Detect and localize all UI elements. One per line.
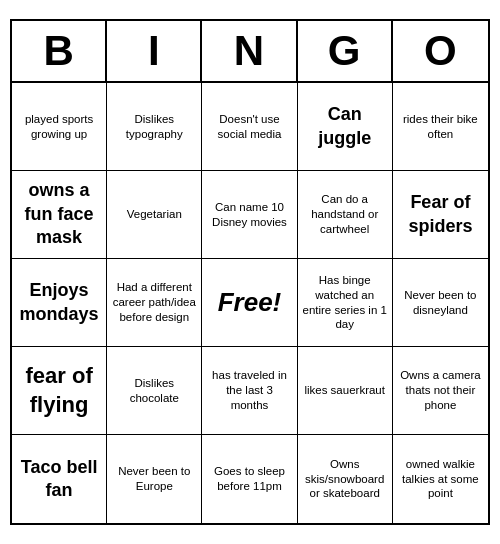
- bingo-cell: Vegetarian: [107, 171, 202, 259]
- bingo-cell: Owns a camera thats not their phone: [393, 347, 488, 435]
- bingo-cell: Free!: [202, 259, 297, 347]
- header-letter: N: [202, 21, 297, 81]
- bingo-cell: Doesn't use social media: [202, 83, 297, 171]
- header-letter: B: [12, 21, 107, 81]
- bingo-cell: Had a different career path/idea before …: [107, 259, 202, 347]
- bingo-cell: owned walkie talkies at some point: [393, 435, 488, 523]
- bingo-cell: Owns skis/snowboard or skateboard: [298, 435, 393, 523]
- bingo-cell: Taco bell fan: [12, 435, 107, 523]
- bingo-cell: likes sauerkraut: [298, 347, 393, 435]
- header-letter: G: [298, 21, 393, 81]
- bingo-cell: rides their bike often: [393, 83, 488, 171]
- bingo-cell: Fear of spiders: [393, 171, 488, 259]
- bingo-grid: played sports growing upDislikes typogra…: [12, 83, 488, 523]
- header-letter: I: [107, 21, 202, 81]
- bingo-cell: Can do a handstand or cartwheel: [298, 171, 393, 259]
- bingo-cell: Enjoys mondays: [12, 259, 107, 347]
- bingo-cell: has traveled in the last 3 months: [202, 347, 297, 435]
- header-letter: O: [393, 21, 488, 81]
- bingo-cell: fear of flying: [12, 347, 107, 435]
- bingo-cell: Has binge watched an entire series in 1 …: [298, 259, 393, 347]
- bingo-cell: played sports growing up: [12, 83, 107, 171]
- bingo-cell: Dislikes chocolate: [107, 347, 202, 435]
- bingo-cell: Dislikes typography: [107, 83, 202, 171]
- bingo-cell: Never been to Europe: [107, 435, 202, 523]
- bingo-cell: Goes to sleep before 11pm: [202, 435, 297, 523]
- bingo-cell: Can juggle: [298, 83, 393, 171]
- bingo-cell: Never been to disneyland: [393, 259, 488, 347]
- bingo-cell: Can name 10 Disney movies: [202, 171, 297, 259]
- bingo-cell: owns a fun face mask: [12, 171, 107, 259]
- bingo-header: BINGO: [12, 21, 488, 83]
- bingo-card: BINGO played sports growing upDislikes t…: [10, 19, 490, 525]
